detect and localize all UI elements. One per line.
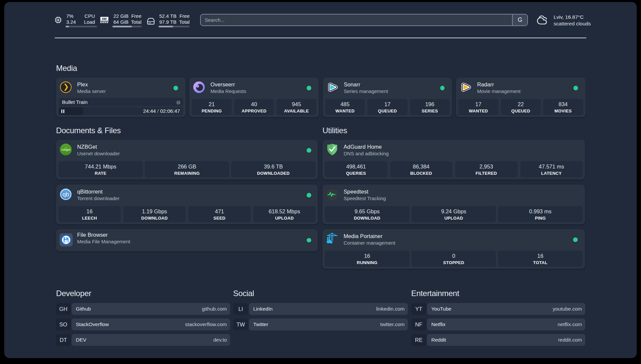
svg-text:qb: qb [63,191,69,198]
svg-text:nzbget: nzbget [61,148,70,151]
